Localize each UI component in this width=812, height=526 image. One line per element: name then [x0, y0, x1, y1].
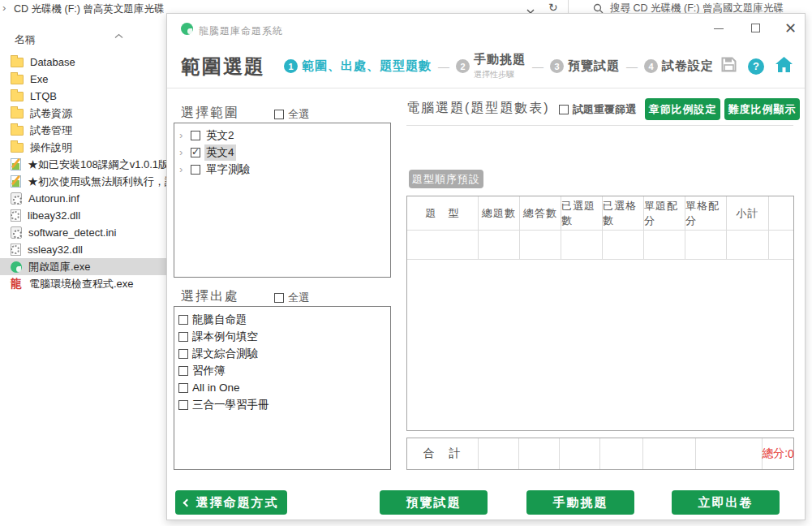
file-row[interactable]: Autorun.inf: [0, 190, 167, 207]
source-select-all-checkbox[interactable]: [274, 293, 284, 303]
generate-exam-button[interactable]: 立即出卷: [672, 490, 780, 515]
source-item-label: 課本例句填空: [192, 330, 258, 344]
manual-pick-button[interactable]: 手動挑題: [526, 490, 634, 515]
step-1[interactable]: 1 範圍、出處、題型題數: [284, 59, 432, 73]
save-icon[interactable]: [720, 56, 737, 76]
window-title: 龍騰題庫命題系統: [199, 24, 283, 38]
file-row[interactable]: Database: [0, 54, 167, 71]
step-1-circle: 1: [284, 59, 298, 73]
file-row[interactable]: 操作說明: [0, 139, 167, 156]
source-select-all[interactable]: 全選: [274, 291, 309, 305]
source-section-title: 選擇出處: [181, 288, 239, 305]
duplicate-filter-checkbox[interactable]: [559, 105, 569, 114]
duplicate-filter-label: 試題重覆篩選: [573, 102, 636, 117]
chevron-down-icon[interactable]: [526, 4, 535, 12]
file-row[interactable]: ssleay32.dll: [0, 241, 167, 258]
help-icon[interactable]: ?: [748, 58, 764, 75]
total-score-value: 0: [788, 447, 794, 460]
source-item-checkbox[interactable]: [178, 400, 188, 410]
dll-file-icon: [11, 209, 21, 222]
file-row[interactable]: ★如已安裝108課綱之v1.0.1版: [0, 156, 167, 173]
difficulty-ratio-button[interactable]: 難度比例顯示: [724, 98, 800, 120]
source-item[interactable]: 課本例句填空: [174, 328, 390, 345]
tree-item-label[interactable]: 英文2: [204, 127, 236, 144]
folder-icon: [11, 75, 24, 84]
step-dash: —: [438, 60, 449, 73]
file-row-selected[interactable]: 開啟題庫.exe: [0, 258, 167, 275]
file-name: 試卷管理: [30, 123, 72, 138]
source-item[interactable]: 習作簿: [174, 362, 390, 379]
breadcrumb[interactable]: CD 光碟機 (F:) 曾高英文題庫光碟: [14, 2, 164, 16]
file-row[interactable]: ★初次使用或無法順利執行，請: [0, 173, 167, 190]
home-icon[interactable]: [775, 56, 793, 76]
total-label: 合 計: [407, 438, 479, 469]
step-dash: —: [626, 60, 638, 73]
preview-questions-button[interactable]: 預覽試題: [380, 490, 488, 515]
source-item-checkbox[interactable]: [178, 366, 188, 376]
source-list: 龍騰自命題 課本例句填空 課文綜合測驗 習作簿 All in One 三合一學習…: [174, 306, 391, 470]
file-name: Autorun.inf: [28, 192, 79, 205]
table-header: 單格配分: [685, 196, 727, 231]
step-2-circle: 2: [456, 59, 470, 73]
source-item[interactable]: All in One: [174, 379, 390, 396]
tree-item-label[interactable]: 英文4: [204, 144, 236, 161]
tree-item[interactable]: › 英文4: [174, 144, 390, 161]
file-row[interactable]: LTQB: [0, 88, 167, 105]
maximize-button[interactable]: [751, 24, 760, 32]
chapter-ratio-button[interactable]: 章節比例設定: [645, 98, 720, 120]
file-row[interactable]: software_detect.ini: [0, 224, 167, 241]
tree-item-checkbox[interactable]: [191, 131, 200, 140]
duplicate-filter[interactable]: 試題重覆篩選: [559, 102, 636, 117]
file-list: Database Exe LTQB 試卷資源 試卷管理 操作說明 ★如已安裝10…: [0, 54, 167, 297]
column-header-name[interactable]: 名稱: [15, 32, 36, 47]
source-item[interactable]: 三合一學習手冊: [174, 396, 390, 413]
config-file-icon: [11, 192, 22, 205]
config-file-icon: [11, 226, 22, 239]
source-item-label: 三合一學習手冊: [192, 398, 269, 412]
range-select-all[interactable]: 全選: [274, 107, 309, 122]
back-button-label: 選擇命題方式: [196, 495, 279, 511]
file-row[interactable]: Exe: [0, 71, 167, 88]
file-row[interactable]: 試卷資源: [0, 105, 167, 122]
step-1-label: 範圍、出處、題型題數: [302, 59, 432, 73]
file-row[interactable]: 試卷管理: [0, 122, 167, 139]
total-score-label: 總分:: [762, 446, 788, 461]
tree-item-checkbox[interactable]: [191, 165, 200, 175]
file-row[interactable]: libeay32.dll: [0, 207, 167, 224]
source-item-checkbox[interactable]: [178, 332, 188, 342]
tree-item-checkbox-checked[interactable]: [191, 148, 200, 157]
breadcrumb-chevron-icon: ›: [2, 2, 6, 14]
source-item[interactable]: 龍騰自命題: [174, 311, 390, 328]
source-item-checkbox[interactable]: [178, 315, 188, 325]
tree-item[interactable]: › 英文2: [174, 127, 390, 144]
step-2[interactable]: 2 手動挑題 選擇性步驟: [456, 53, 526, 80]
total-cell: [696, 438, 763, 469]
question-type-table: 題 型 總題數 總答數 已選題數 已選格數 單題配分 單格配分 小計: [406, 196, 794, 431]
file-row[interactable]: 龍電腦環境檢查程式.exe: [0, 275, 167, 292]
source-item-checkbox[interactable]: [178, 383, 188, 393]
table-cell: [685, 231, 727, 260]
range-select-all-checkbox[interactable]: [274, 110, 284, 119]
folder-icon: [11, 58, 24, 67]
source-item-checkbox[interactable]: [178, 349, 188, 359]
file-name: ★初次使用或無法順利執行，請: [28, 175, 167, 189]
tree-item[interactable]: › 單字測驗: [174, 161, 390, 178]
table-cell: [769, 231, 793, 260]
expander-icon[interactable]: ›: [179, 132, 187, 140]
minimize-button[interactable]: [714, 28, 724, 29]
back-to-method-button[interactable]: 選擇命題方式: [175, 490, 287, 515]
close-icon[interactable]: ✕: [784, 19, 797, 38]
expander-icon[interactable]: ›: [179, 166, 187, 174]
source-item[interactable]: 課文綜合測驗: [174, 345, 390, 362]
expander-icon[interactable]: ›: [179, 149, 187, 157]
source-item-label: 課文綜合測驗: [192, 347, 258, 361]
refresh-icon[interactable]: ↻: [548, 1, 558, 14]
step-3[interactable]: 3 預覽試題: [550, 59, 620, 73]
tree-item-label[interactable]: 單字測驗: [204, 162, 251, 178]
question-type-order-button[interactable]: 題型順序預設: [409, 170, 483, 188]
step-4[interactable]: 4 試卷設定: [644, 59, 714, 73]
sort-ascending-icon[interactable]: [114, 28, 123, 42]
source-item-label: All in One: [192, 382, 240, 394]
file-name: Exe: [30, 73, 48, 85]
document-icon: [11, 158, 21, 170]
